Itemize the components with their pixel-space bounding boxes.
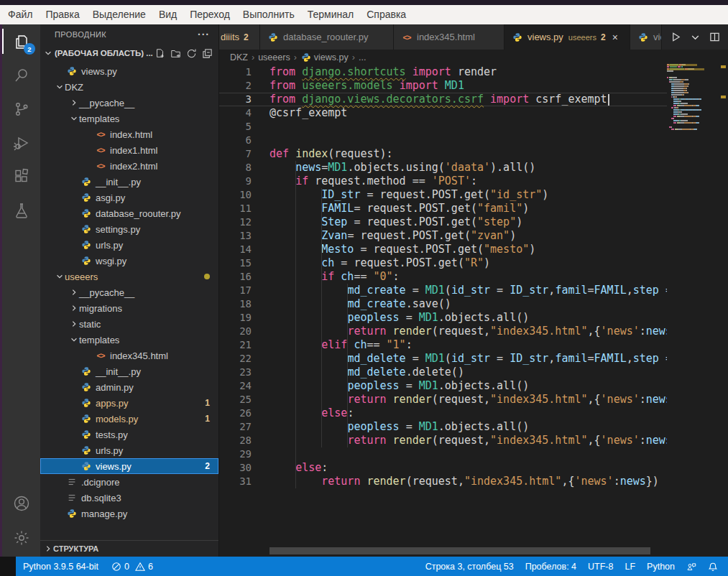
token-var: news [295, 161, 321, 174]
activity-source-control-icon[interactable] [2, 92, 40, 126]
code-line-2: 2from useeers.models import MD1 [219, 79, 667, 93]
chevron-down-icon [55, 82, 65, 92]
outline-section-header[interactable]: СТРУКТУРА [40, 540, 218, 557]
menu-item-3[interactable]: Вид [152, 5, 183, 24]
menu-item-5[interactable]: Выполнить [236, 5, 301, 24]
menu-item-2[interactable]: Выделение [86, 5, 152, 24]
new-folder-icon[interactable] [170, 48, 181, 59]
tree-file-index-html[interactable]: <>index.html [40, 126, 218, 142]
status-item-3[interactable]: LF [625, 562, 635, 572]
python-interpreter-status[interactable]: Python 3.9.5 64-bit [23, 562, 98, 572]
new-file-icon[interactable] [155, 48, 165, 59]
tree-file-asgi-py[interactable]: asgi.py [40, 190, 218, 205]
token-tx [269, 311, 347, 324]
tree-file-models-py[interactable]: models.py1 [40, 411, 218, 427]
refresh-icon[interactable] [186, 48, 197, 59]
code-line-24: 24 peopless = MD1.objects.all() [219, 379, 667, 393]
code-editor[interactable]: 1from django.shortcuts import render2fro… [219, 65, 667, 511]
activity-testing-icon[interactable] [2, 193, 40, 227]
tab-database-roouter-py[interactable]: database_roouter.py [260, 24, 394, 50]
activity-search-icon[interactable] [2, 58, 40, 92]
minimap-token [673, 79, 681, 80]
tree-folder--pycache-[interactable]: __pycache__ [40, 284, 218, 300]
minimap-line [667, 73, 719, 74]
tab-views-py[interactable]: views.pyuseeers2× [504, 24, 630, 50]
tree-file-settings-py[interactable]: settings.py [40, 221, 218, 237]
run-icon[interactable] [671, 32, 681, 42]
tree-item-label: __pycache__ [79, 98, 134, 108]
tree-folder-templates[interactable]: templates [40, 332, 218, 348]
tab-label: views.py [527, 32, 563, 42]
menu-item-1[interactable]: Правка [39, 5, 86, 24]
tree-file-apps-py[interactable]: apps.py1 [40, 395, 218, 411]
collapse-all-icon[interactable] [202, 48, 213, 59]
bell-icon[interactable] [708, 562, 718, 572]
tree-file-index345-html[interactable]: <>index345.html [40, 348, 218, 363]
menu-item-4[interactable]: Переход [183, 5, 236, 24]
chevron-down-icon [55, 271, 65, 282]
tree-file-index2-html[interactable]: <>index2.html [40, 158, 218, 174]
activity-settings-gear-icon[interactable] [2, 521, 40, 555]
tree-file--dcignore[interactable]: .dcignore [40, 474, 218, 490]
activity-files-icon[interactable]: 2 [2, 24, 40, 58]
problems-status[interactable]: 06 [111, 562, 153, 572]
activity-run-debug-icon[interactable] [2, 126, 40, 159]
status-item-0[interactable]: Строка 3, столбец 53 [425, 562, 514, 572]
breadcrumb-item[interactable]: DKZ [230, 52, 248, 62]
tree-folder-useeers[interactable]: useeers [40, 269, 218, 284]
token-var: famil [555, 284, 587, 297]
token-tx [269, 461, 295, 474]
status-item-2[interactable]: UTF-8 [588, 562, 613, 572]
status-item-1[interactable]: Пробелов: 4 [525, 562, 576, 572]
tree-folder-dkz[interactable]: DKZ [40, 79, 218, 95]
tree-file-wsgi-py[interactable]: wsgi.py [40, 253, 218, 269]
minimap-token [678, 101, 681, 102]
overview-ruler[interactable] [719, 24, 728, 557]
tree-folder-static[interactable]: static [40, 316, 218, 332]
close-icon[interactable]: × [612, 32, 618, 43]
menu-item-0[interactable]: Файл [1, 5, 39, 24]
tree-file-views-py[interactable]: views.py [40, 63, 218, 79]
breadcrumb-item[interactable]: ... [359, 52, 366, 62]
workspace-section-header[interactable]: (РАБОЧАЯ ОБЛАСТЬ) ... [40, 45, 218, 62]
sidebar-more-actions-icon[interactable]: ··· [198, 29, 210, 40]
token-tx [269, 393, 347, 406]
tab-vie[interactable]: vie [630, 24, 662, 50]
token-var: ID_str [321, 188, 360, 201]
token-tx: = request.POST.get( [360, 188, 490, 201]
token-var: news [646, 393, 667, 406]
tree-file-urls-py[interactable]: urls.py [40, 442, 218, 458]
run-dropdown-icon[interactable] [690, 32, 701, 42]
token-str: "index345.html" [490, 393, 587, 406]
tree-file--init-py[interactable]: __init__.py [40, 363, 218, 379]
tree-file-database-roouter-py[interactable]: database_roouter.py [40, 205, 218, 221]
menu-item-6[interactable]: Терминал [301, 5, 360, 24]
tab-index345-html[interactable]: <>index345.html [394, 24, 504, 50]
breadcrumb-item[interactable]: views.py [300, 52, 349, 62]
activity-extensions-icon[interactable] [2, 159, 40, 193]
tree-file-db-sqlite3[interactable]: db.sqlite3 [40, 490, 218, 506]
tree-file-index1-html[interactable]: <>index1.html [40, 142, 218, 158]
feedback-icon[interactable] [686, 562, 696, 572]
token-var: md_create [347, 297, 405, 310]
tree-file--init-py[interactable]: __init__.py [40, 174, 218, 190]
tree-folder--pycache-[interactable]: __pycache__ [40, 95, 218, 111]
code-line-1: 1from django.shortcuts import render [219, 65, 667, 79]
token-mod: useeers.models [302, 79, 392, 92]
token-fn: index [295, 147, 328, 160]
horizontal-scrollbar[interactable] [269, 547, 650, 554]
tree-file-admin-py[interactable]: admin.py [40, 379, 218, 395]
tree-folder-templates[interactable]: templates [40, 111, 218, 126]
breadcrumb-item[interactable]: useeers [258, 52, 290, 62]
tree-file-views-py[interactable]: views.py2 [40, 458, 218, 474]
token-str: 'daata' [445, 161, 490, 174]
status-item-4[interactable]: Python [647, 562, 675, 572]
tree-file-manage-py[interactable]: manage.py [40, 506, 218, 521]
menu-item-7[interactable]: Справка [360, 5, 413, 24]
activity-account-icon[interactable] [2, 486, 40, 521]
tree-file-urls-py[interactable]: urls.py [40, 237, 218, 253]
tree-file-tests-py[interactable]: tests.py [40, 427, 218, 442]
minimap[interactable] [667, 62, 719, 131]
tab-diiits[interactable]: diiits2 [219, 24, 260, 50]
tree-folder-migrations[interactable]: migrations [40, 300, 218, 316]
